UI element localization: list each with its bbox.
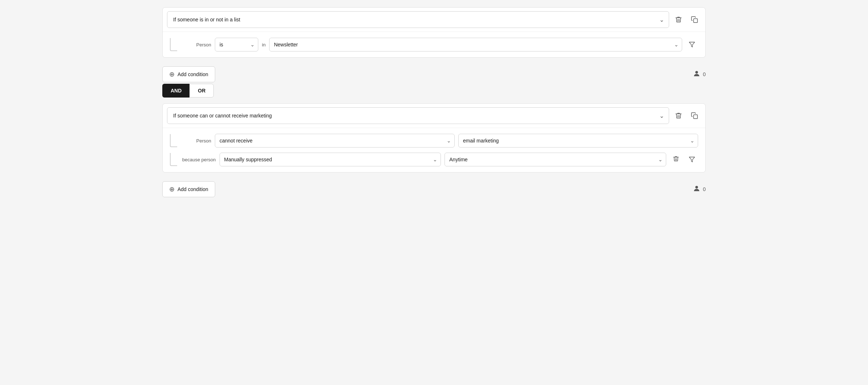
- section2-body: Person cannot receive can receive ⌄ emai…: [163, 128, 705, 172]
- section2-person-l-connector: [170, 134, 177, 147]
- section1-body: Person is is not ⌄ in Newsletter VIP: [163, 32, 705, 57]
- section2-add-circle-icon: ⊕: [169, 185, 175, 193]
- section2-because-row: because person Manually suppressed Unsub…: [170, 153, 698, 166]
- section2-user-icon: [693, 185, 701, 194]
- svg-point-2: [696, 71, 698, 73]
- section1-user-icon: [693, 70, 701, 79]
- section2-marketing-select[interactable]: email marketing SMS marketing push notif…: [458, 134, 698, 148]
- page-container: If someone is in or not in a list ⌄ Pers…: [162, 7, 706, 199]
- section2-inner: If someone can or cannot receive marketi…: [162, 103, 706, 173]
- svg-marker-1: [689, 42, 695, 47]
- section1-count-value: 0: [703, 71, 706, 77]
- section2-condition-select-wrapper: If someone can or cannot receive marketi…: [167, 107, 669, 124]
- section2-copy-button[interactable]: [688, 109, 701, 122]
- svg-point-5: [696, 186, 698, 188]
- section1-person-row: Person is is not ⌄ in Newsletter VIP: [170, 38, 698, 51]
- section1-list-select-wrapper: Newsletter VIP Subscribers ⌄: [269, 38, 682, 51]
- section1-l-connector: [170, 38, 177, 51]
- section1-user-count: 0: [693, 70, 706, 79]
- section2-suppressed-select[interactable]: Manually suppressed Unsubscribed Bounced…: [220, 153, 441, 166]
- section2-person-row: Person cannot receive can receive ⌄ emai…: [170, 134, 698, 148]
- section1-condition-select[interactable]: If someone is in or not in a list: [167, 11, 669, 28]
- section1-add-condition-row: ⊕ Add condition 0: [162, 61, 706, 84]
- section1-condition-select-wrapper: If someone is in or not in a list ⌄: [167, 11, 669, 28]
- section2-add-condition-row: ⊕ Add condition 0: [162, 175, 706, 199]
- section1-in-label: in: [262, 42, 266, 47]
- section1-is-select[interactable]: is is not: [215, 38, 258, 51]
- section2-receive-select-wrapper: cannot receive can receive ⌄: [215, 134, 455, 148]
- section1-filter-button[interactable]: [686, 38, 698, 51]
- section2-person-label: Person: [182, 138, 211, 144]
- section2-add-condition-label: Add condition: [178, 186, 208, 192]
- section2-count-value: 0: [703, 186, 706, 192]
- section1-top: If someone is in or not in a list ⌄: [163, 8, 705, 32]
- section2-delete-button[interactable]: [672, 109, 685, 122]
- section1-wrapper: If someone is in or not in a list ⌄ Pers…: [162, 7, 706, 58]
- section1-inner: If someone is in or not in a list ⌄ Pers…: [162, 7, 706, 58]
- section1-add-condition-button[interactable]: ⊕ Add condition: [162, 66, 215, 82]
- section1-is-select-wrapper: is is not ⌄: [215, 38, 258, 51]
- section2-user-count: 0: [693, 185, 706, 194]
- svg-rect-0: [694, 19, 698, 23]
- section2-receive-select[interactable]: cannot receive can receive: [215, 134, 455, 148]
- section1-person-label: Person: [182, 42, 211, 47]
- section2-suppressed-select-wrapper: Manually suppressed Unsubscribed Bounced…: [220, 153, 441, 166]
- or-button[interactable]: OR: [189, 84, 214, 98]
- section1-add-condition-label: Add condition: [178, 71, 208, 77]
- section2-marketing-select-wrapper: email marketing SMS marketing push notif…: [458, 134, 698, 148]
- section2-add-condition-button[interactable]: ⊕ Add condition: [162, 181, 215, 197]
- section2-because-filter-button[interactable]: [686, 153, 698, 166]
- section2-anytime-select-wrapper: Anytime In the last 30 days In the last …: [445, 153, 666, 166]
- and-button[interactable]: AND: [162, 84, 189, 98]
- section2-anytime-select[interactable]: Anytime In the last 30 days In the last …: [445, 153, 666, 166]
- section2-wrapper: If someone can or cannot receive marketi…: [162, 103, 706, 173]
- svg-rect-3: [694, 115, 698, 119]
- svg-marker-4: [689, 157, 695, 162]
- section2-because-delete-button[interactable]: [670, 153, 682, 166]
- section1-list-select[interactable]: Newsletter VIP Subscribers: [269, 38, 682, 51]
- section2-condition-select[interactable]: If someone can or cannot receive marketi…: [167, 107, 669, 124]
- section2-because-label: because person: [182, 157, 216, 162]
- section1-delete-button[interactable]: [672, 13, 685, 26]
- section1-copy-button[interactable]: [688, 13, 701, 26]
- section2-top: If someone can or cannot receive marketi…: [163, 104, 705, 128]
- section1-add-circle-icon: ⊕: [169, 70, 175, 78]
- and-or-toggle: AND OR: [162, 84, 706, 98]
- section2-because-l-connector: [170, 153, 177, 166]
